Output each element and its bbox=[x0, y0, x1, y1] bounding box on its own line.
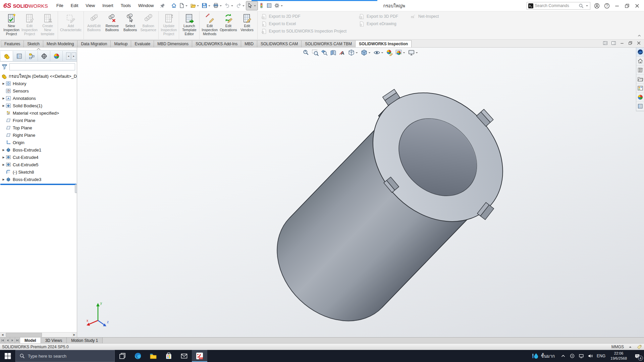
menu-view[interactable]: View bbox=[82, 0, 99, 11]
panel-splitter-handle[interactable] bbox=[75, 184, 77, 193]
tree-item-sensors[interactable]: Sensors bbox=[0, 87, 77, 95]
dropdown-caret-icon[interactable] bbox=[197, 5, 199, 7]
tree-item-cut-extrude5[interactable]: ▶Cut-Extrude5 bbox=[0, 161, 77, 168]
hide-show-button[interactable] bbox=[373, 49, 385, 57]
file-explorer-button[interactable] bbox=[146, 350, 161, 362]
clock[interactable]: 22:06 19/6/2568 bbox=[607, 350, 630, 362]
tree-filter-input[interactable] bbox=[9, 63, 75, 70]
mail-button[interactable] bbox=[176, 350, 192, 362]
open-button[interactable] bbox=[189, 1, 201, 10]
dropdown-caret-icon[interactable] bbox=[220, 5, 222, 7]
rebuild-button[interactable] bbox=[258, 1, 265, 10]
status-tag-icon[interactable] bbox=[637, 345, 642, 349]
search-commands-input[interactable] bbox=[535, 3, 577, 8]
search-caret-icon[interactable] bbox=[586, 5, 588, 7]
weather-widget[interactable]: ชื้นมาก bbox=[528, 350, 558, 362]
ribbon-launch-template-editor-button[interactable]: Launch Template Editor bbox=[180, 13, 198, 36]
dimxpertmanager-tab[interactable] bbox=[38, 51, 50, 61]
panel-horizontal-scrollbar[interactable]: ◀ ▶ bbox=[0, 332, 77, 337]
close-button[interactable] bbox=[632, 1, 642, 10]
doc-tab-model[interactable]: Model bbox=[20, 338, 41, 343]
doc-restore-icon[interactable] bbox=[628, 41, 633, 46]
file-properties-button[interactable] bbox=[265, 1, 273, 10]
display-style-button[interactable] bbox=[360, 49, 372, 57]
tab-solidworks-cam-tbm[interactable]: SOLIDWORKS CAM TBM bbox=[301, 40, 356, 47]
pin-icon[interactable] bbox=[160, 3, 165, 8]
tab-mbd-dimensions[interactable]: MBD Dimensions bbox=[154, 40, 192, 47]
solidworks-app-button[interactable]: 2024 bbox=[192, 350, 207, 362]
annotation-view-button[interactable]: A bbox=[338, 49, 347, 57]
custom-properties-tab[interactable] bbox=[636, 102, 644, 111]
ribbon-collapse-icon[interactable] bbox=[637, 33, 642, 38]
notification-center-button[interactable]: 4 bbox=[630, 350, 644, 362]
units-caret-icon[interactable] bbox=[629, 345, 632, 349]
menu-tools[interactable]: Tools bbox=[117, 0, 135, 11]
undo-button[interactable] bbox=[223, 1, 235, 10]
tree-root-item[interactable]: กรอบใหญ่พ (Default) <<Default>_Displ bbox=[0, 72, 77, 80]
tab-markup[interactable]: Markup bbox=[110, 40, 131, 47]
scrollbar-thumb[interactable] bbox=[6, 333, 42, 337]
tab-next-button[interactable] bbox=[10, 338, 15, 343]
user-account-button[interactable] bbox=[592, 1, 602, 10]
tree-item-boss-extrude1[interactable]: ▶Boss-Extrude1 bbox=[0, 146, 77, 154]
ribbon-remove-balloons-button[interactable]: 11Remove Balloons bbox=[103, 13, 121, 32]
print-button[interactable] bbox=[212, 1, 223, 10]
tab-first-button[interactable] bbox=[0, 338, 5, 343]
pane-right-icon[interactable] bbox=[611, 41, 616, 46]
configurationmanager-tab[interactable] bbox=[25, 51, 38, 61]
tab-mesh-modeling[interactable]: Mesh Modeling bbox=[43, 40, 77, 47]
menu-file[interactable]: File bbox=[53, 0, 67, 11]
expand-arrow-icon[interactable]: ▶ bbox=[1, 104, 6, 107]
view-orientation-button[interactable] bbox=[347, 49, 360, 57]
task-view-button[interactable] bbox=[115, 350, 130, 362]
taskbar-search-input[interactable] bbox=[28, 354, 111, 359]
tree-item-material-not-specified[interactable]: Material <not specified> bbox=[0, 109, 77, 117]
expand-arrow-icon[interactable]: ▶ bbox=[1, 148, 6, 152]
tab-mbd[interactable]: MBD bbox=[241, 40, 257, 47]
ribbon-new-inspection-project-button[interactable]: New Inspection Project bbox=[2, 13, 20, 36]
tree-item-origin[interactable]: Origin bbox=[0, 139, 77, 146]
tab-solidworks-cam[interactable]: SOLIDWORKS CAM bbox=[257, 40, 302, 47]
threedexperience-tab[interactable] bbox=[636, 48, 644, 57]
maximize-button[interactable] bbox=[622, 1, 632, 10]
dropdown-caret-icon[interactable] bbox=[403, 52, 405, 54]
expand-arrow-icon[interactable]: ▶ bbox=[1, 82, 6, 85]
previous-view-button[interactable] bbox=[320, 49, 329, 57]
select-cursor-button[interactable] bbox=[246, 1, 258, 10]
dropdown-caret-icon[interactable] bbox=[208, 5, 210, 7]
dropdown-caret-icon[interactable] bbox=[369, 52, 371, 54]
redo-button[interactable] bbox=[235, 1, 246, 10]
menu-edit[interactable]: Edit bbox=[67, 0, 82, 11]
expand-arrow-icon[interactable]: ▶ bbox=[1, 156, 6, 159]
expand-arrow-icon[interactable]: ▶ bbox=[1, 178, 6, 181]
tray-meet-button[interactable] bbox=[568, 350, 577, 362]
ribbon-edit-vendors-button[interactable]: Edit Vendors bbox=[238, 13, 256, 32]
dropdown-caret-icon[interactable] bbox=[231, 5, 233, 7]
tree-item-sketch8[interactable]: (-) Sketch8 bbox=[0, 168, 77, 176]
home-button[interactable] bbox=[170, 1, 178, 10]
zoom-fit-button[interactable] bbox=[302, 49, 311, 57]
featuremanager-tab[interactable] bbox=[1, 51, 13, 61]
tree-item-right-plane[interactable]: Right Plane bbox=[0, 131, 77, 139]
dropdown-caret-icon[interactable] bbox=[356, 52, 358, 54]
tray-network-button[interactable] bbox=[577, 350, 586, 362]
design-library-tab[interactable] bbox=[636, 66, 644, 75]
tray-volume-button[interactable] bbox=[586, 350, 595, 362]
ribbon-edit-operations-button[interactable]: Edit Operations bbox=[219, 13, 238, 32]
dropdown-caret-icon[interactable] bbox=[243, 5, 245, 7]
units-label[interactable]: MMGS bbox=[611, 345, 624, 349]
tab-features[interactable]: Features bbox=[1, 40, 24, 47]
rollback-bar[interactable] bbox=[0, 184, 76, 185]
edge-button[interactable] bbox=[130, 350, 146, 362]
doc-tab-motion-study-1[interactable]: Motion Study 1 bbox=[67, 338, 103, 343]
displaymanager-tab[interactable] bbox=[50, 51, 63, 61]
store-button[interactable] bbox=[161, 350, 176, 362]
ribbon-select-balloons-button[interactable]: 11Select Balloons bbox=[121, 13, 139, 32]
tab-evaluate[interactable]: Evaluate bbox=[131, 40, 154, 47]
doc-minimize-icon[interactable] bbox=[620, 41, 625, 46]
magnifier-icon[interactable] bbox=[579, 3, 584, 8]
tree-item-solid-bodies-1[interactable]: ▶Solid Bodies(1) bbox=[0, 102, 77, 109]
tab-solidworks-inspection[interactable]: SOLIDWORKS Inspection bbox=[355, 40, 412, 47]
ribbon-edit-inspection-methods-button[interactable]: Edit Inspection Methods bbox=[201, 13, 219, 36]
start-button[interactable] bbox=[0, 350, 15, 362]
